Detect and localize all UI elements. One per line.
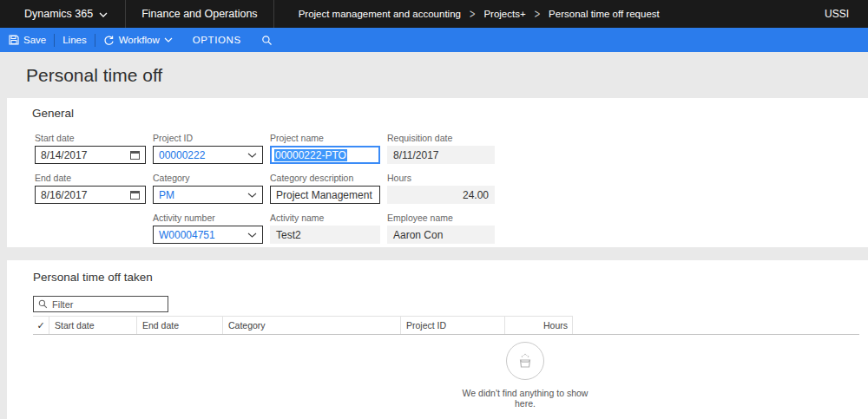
- general-section-header[interactable]: General: [32, 107, 868, 120]
- calendar-icon[interactable]: [130, 151, 140, 160]
- empty-state-message: We didn't find anything to show here.: [451, 388, 599, 409]
- grid-header-rule: [33, 334, 859, 335]
- selected-text: 00000222-PTO: [274, 149, 347, 161]
- category-label: Category: [153, 173, 263, 183]
- dynamics-365-menu[interactable]: Dynamics 365: [0, 0, 125, 28]
- pto-taken-section: Personal time off taken ✓ Start date End…: [7, 260, 868, 419]
- breadcrumb: Project management and accounting > Proj…: [274, 9, 660, 19]
- lines-button[interactable]: Lines: [55, 28, 95, 52]
- page-title-band: Personal time off: [0, 52, 868, 98]
- select-all-checkmark[interactable]: ✓: [33, 317, 49, 334]
- end-date-group: End date 8/16/2017: [35, 173, 146, 204]
- app-header-bar: Dynamics 365 Finance and Operations Proj…: [0, 0, 868, 28]
- search-icon: [38, 297, 48, 312]
- activity-name-label: Activity name: [270, 213, 380, 223]
- options-tab[interactable]: OPTIONS: [181, 28, 253, 52]
- requisition-date-group: Requisition date 8/11/2017: [387, 133, 495, 164]
- workflow-icon: [103, 35, 115, 46]
- activity-number-group: Activity number W00004751: [153, 213, 263, 244]
- chevron-down-icon[interactable]: [247, 232, 257, 238]
- empty-cell: [35, 213, 146, 244]
- requisition-date-value: 8/11/2017: [387, 146, 495, 164]
- filter-input[interactable]: [52, 299, 148, 310]
- category-group: Category PM: [153, 173, 263, 204]
- start-date-label: Start date: [35, 133, 146, 143]
- start-date-input[interactable]: 8/14/2017: [35, 146, 146, 164]
- panel-gap: [0, 247, 868, 260]
- chevron-down-icon: [99, 8, 108, 20]
- search-icon: [261, 35, 273, 46]
- product-name-button[interactable]: Finance and Operations: [126, 0, 273, 28]
- breadcrumb-separator-icon: >: [470, 8, 475, 21]
- general-section: General Start date 8/14/2017 Project ID …: [7, 98, 868, 247]
- category-lookup[interactable]: PM: [153, 186, 263, 204]
- project-name-label: Project name: [270, 133, 380, 143]
- grid-filter[interactable]: [33, 296, 168, 312]
- project-id-label: Project ID: [153, 133, 263, 143]
- environment-badge[interactable]: USSI: [825, 8, 868, 20]
- end-date-input[interactable]: 8/16/2017: [35, 186, 146, 204]
- column-header-start-date[interactable]: Start date: [49, 317, 137, 334]
- workflow-menu-button[interactable]: Workflow: [95, 28, 181, 52]
- app-title: Dynamics 365: [24, 8, 93, 20]
- chevron-down-icon[interactable]: [247, 153, 257, 158]
- breadcrumb-page[interactable]: Personal time off request: [549, 9, 660, 19]
- pto-taken-section-header[interactable]: Personal time off taken: [33, 271, 868, 284]
- column-header-category[interactable]: Category: [223, 317, 401, 334]
- project-name-group: Project name 00000222-PTO: [270, 133, 380, 164]
- breadcrumb-submodule[interactable]: Projects+: [483, 9, 525, 19]
- activity-name-group: Activity name Test2: [270, 213, 380, 244]
- hours-value: 24.00: [387, 186, 495, 204]
- general-form: Start date 8/14/2017 Project ID 00000222…: [35, 133, 868, 244]
- project-name-input[interactable]: 00000222-PTO: [270, 146, 380, 164]
- start-date-group: Start date 8/14/2017: [35, 133, 146, 164]
- project-id-lookup[interactable]: 00000222: [153, 146, 263, 164]
- column-header-end-date[interactable]: End date: [137, 317, 223, 334]
- save-icon: [9, 35, 19, 45]
- page-title: Personal time off: [26, 65, 162, 86]
- empty-box-icon: [506, 342, 544, 380]
- hours-group: Hours 24.00: [387, 173, 495, 204]
- chevron-down-icon: [164, 37, 173, 43]
- calendar-icon[interactable]: [130, 191, 140, 200]
- breadcrumb-module[interactable]: Project management and accounting: [299, 9, 461, 19]
- hours-label: Hours: [387, 173, 495, 183]
- category-description-group: Category description Project Management: [270, 173, 380, 204]
- employee-name-label: Employee name: [387, 213, 495, 223]
- end-date-label: End date: [35, 173, 146, 183]
- command-bar: Save Lines Workflow OPTIONS: [0, 28, 868, 52]
- requisition-date-label: Requisition date: [387, 133, 495, 143]
- chevron-down-icon[interactable]: [247, 193, 257, 198]
- project-id-group: Project ID 00000222: [153, 133, 263, 164]
- employee-name-value: Aaron Con: [387, 226, 495, 244]
- activity-name-value: Test2: [270, 226, 380, 244]
- column-header-hours[interactable]: Hours: [505, 317, 573, 334]
- breadcrumb-separator-icon: >: [535, 8, 540, 21]
- grid-header-row: ✓ Start date End date Category Project I…: [33, 316, 573, 334]
- activity-number-label: Activity number: [153, 213, 263, 223]
- save-button[interactable]: Save: [0, 28, 54, 52]
- activity-number-lookup[interactable]: W00004751: [153, 226, 263, 244]
- employee-name-group: Employee name Aaron Con: [387, 213, 495, 244]
- category-description-input[interactable]: Project Management: [270, 186, 380, 204]
- column-header-project-id[interactable]: Project ID: [401, 317, 505, 334]
- category-description-label: Category description: [270, 173, 380, 183]
- grid-empty-state: We didn't find anything to show here.: [451, 342, 599, 409]
- search-button[interactable]: [253, 28, 280, 52]
